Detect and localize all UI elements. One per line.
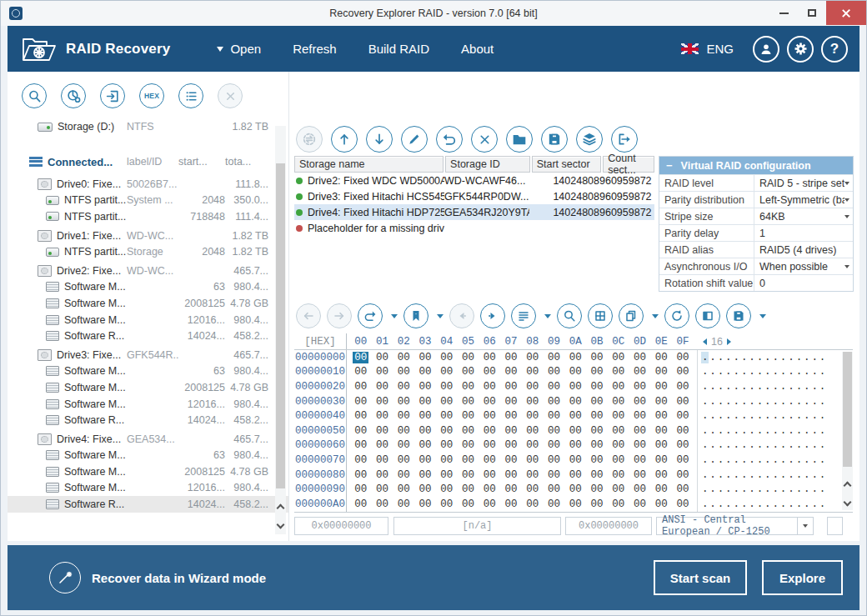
offset-field[interactable]: 0x00000000 <box>294 517 388 535</box>
hex-byte[interactable]: 00 <box>350 381 372 393</box>
ascii-char[interactable]: . <box>779 352 787 363</box>
raid-config-value[interactable]: 64KB <box>754 208 853 224</box>
ascii-char[interactable]: . <box>733 366 740 378</box>
ascii-char[interactable]: . <box>772 366 779 378</box>
hex-byte[interactable]: 00 <box>629 352 651 363</box>
layers-button[interactable] <box>576 126 603 153</box>
ascii-char[interactable]: . <box>803 381 810 393</box>
ascii-char[interactable]: . <box>740 381 748 393</box>
hex-byte[interactable]: 00 <box>565 425 587 437</box>
hex-byte[interactable]: 00 <box>500 498 522 510</box>
hex-byte[interactable]: 00 <box>544 381 565 393</box>
tree-item[interactable]: Software M...63980.4... <box>8 279 288 296</box>
hex-byte[interactable]: 00 <box>350 410 372 422</box>
hex-byte[interactable]: 00 <box>393 352 415 363</box>
drive-row[interactable]: Drive3: Fixed Hitachi HCS5450...GFK544RP… <box>294 188 654 204</box>
hex-byte[interactable]: 00 <box>629 469 651 481</box>
ascii-char[interactable]: . <box>724 469 732 481</box>
ascii-char[interactable]: . <box>748 410 755 422</box>
hex-byte[interactable]: 00 <box>544 410 565 422</box>
ascii-char[interactable]: . <box>764 454 771 466</box>
hex-byte[interactable]: 00 <box>608 396 629 408</box>
hex-forward-button[interactable] <box>327 303 352 328</box>
hex-byte[interactable]: 00 <box>436 454 458 466</box>
hex-byte[interactable]: 00 <box>522 439 544 451</box>
hex-byte[interactable]: 00 <box>414 425 436 437</box>
ascii-char[interactable]: . <box>709 483 716 495</box>
ascii-char[interactable]: . <box>709 381 716 393</box>
hex-byte[interactable]: 00 <box>414 396 436 408</box>
ascii-char[interactable]: . <box>764 469 771 481</box>
ascii-char[interactable]: . <box>740 410 748 422</box>
ascii-char[interactable]: . <box>701 366 709 378</box>
raid-config-value[interactable]: Left-Symmetric (bac <box>754 192 853 208</box>
hex-byte[interactable]: 00 <box>500 469 522 481</box>
ascii-char[interactable]: . <box>717 366 724 378</box>
hex-byte[interactable]: 00 <box>393 469 415 481</box>
hex-byte[interactable]: 00 <box>414 381 436 393</box>
ascii-char[interactable]: . <box>724 454 732 466</box>
hex-byte[interactable]: 00 <box>544 469 565 481</box>
wizard-mode-link[interactable]: Recover data in Wizard mode <box>49 562 266 593</box>
ascii-char[interactable]: . <box>733 381 740 393</box>
ascii-char[interactable]: . <box>787 439 794 451</box>
tree-item[interactable]: Software M...20081254.78 GB <box>8 463 288 480</box>
ascii-char[interactable]: . <box>764 425 771 437</box>
ascii-char[interactable]: . <box>733 396 740 408</box>
hex-byte[interactable]: 00 <box>500 410 522 422</box>
hex-byte[interactable]: 00 <box>393 454 415 466</box>
position-field[interactable]: 0x00000000 <box>565 517 652 535</box>
ascii-char[interactable]: . <box>709 410 716 422</box>
hex-byte[interactable]: 00 <box>608 439 629 451</box>
ascii-char[interactable]: . <box>795 469 803 481</box>
ascii-char[interactable]: . <box>810 454 818 466</box>
hex-byte[interactable]: 00 <box>414 454 436 466</box>
hex-byte[interactable]: 00 <box>393 483 415 495</box>
hex-byte[interactable]: 00 <box>629 454 651 466</box>
ascii-char[interactable]: . <box>701 410 709 422</box>
hex-byte[interactable]: 00 <box>651 439 673 451</box>
hex-byte[interactable]: 00 <box>565 366 587 378</box>
ascii-char[interactable]: . <box>779 454 787 466</box>
panel-toggle-button[interactable] <box>695 303 720 328</box>
hex-scroll-up-icon[interactable] <box>844 482 852 490</box>
ascii-char[interactable]: . <box>709 454 716 466</box>
ascii-char[interactable]: . <box>740 454 748 466</box>
ascii-char[interactable]: . <box>764 483 771 495</box>
ascii-char[interactable]: . <box>756 352 764 363</box>
start-scan-button[interactable]: Start scan <box>654 560 747 595</box>
hex-byte[interactable]: 00 <box>458 498 479 510</box>
storage-d-row[interactable]: Storage (D:) NTFS 1.82 TB <box>8 118 288 135</box>
ascii-char[interactable]: . <box>709 425 716 437</box>
ascii-char[interactable]: . <box>724 425 732 437</box>
hex-byte[interactable]: 00 <box>458 410 479 422</box>
hex-byte[interactable]: 00 <box>436 381 458 393</box>
ascii-char[interactable]: . <box>717 469 724 481</box>
hex-byte[interactable]: 00 <box>479 439 501 451</box>
ascii-char[interactable]: . <box>733 454 740 466</box>
ascii-char[interactable]: . <box>819 352 826 363</box>
hex-byte[interactable]: 00 <box>500 454 522 466</box>
hex-byte[interactable]: 00 <box>629 498 651 510</box>
raid-config-value[interactable]: 0 <box>754 275 853 291</box>
nav-item-refresh[interactable]: Refresh <box>293 42 337 56</box>
ascii-char[interactable]: . <box>795 483 803 495</box>
hex-byte[interactable]: 00 <box>414 352 436 363</box>
ascii-char[interactable]: . <box>717 498 724 510</box>
ascii-char[interactable]: . <box>717 410 724 422</box>
hex-byte[interactable]: 00 <box>544 483 565 495</box>
ascii-char[interactable]: . <box>787 381 794 393</box>
ascii-char[interactable]: . <box>748 425 755 437</box>
ascii-char[interactable]: . <box>756 498 764 510</box>
tree-item[interactable]: Software M...63980.4... <box>8 363 288 380</box>
hex-byte[interactable]: 00 <box>586 381 608 393</box>
ascii-char[interactable]: . <box>709 469 716 481</box>
save-selection-dropdown-icon[interactable] <box>759 314 766 318</box>
hex-byte[interactable]: 00 <box>586 439 608 451</box>
ascii-char[interactable]: . <box>772 410 779 422</box>
ascii-char[interactable]: . <box>717 439 724 451</box>
refresh-hex-button[interactable] <box>664 303 689 328</box>
ascii-char[interactable]: . <box>756 425 764 437</box>
hex-byte[interactable]: 00 <box>651 454 673 466</box>
ascii-char[interactable]: . <box>764 381 771 393</box>
